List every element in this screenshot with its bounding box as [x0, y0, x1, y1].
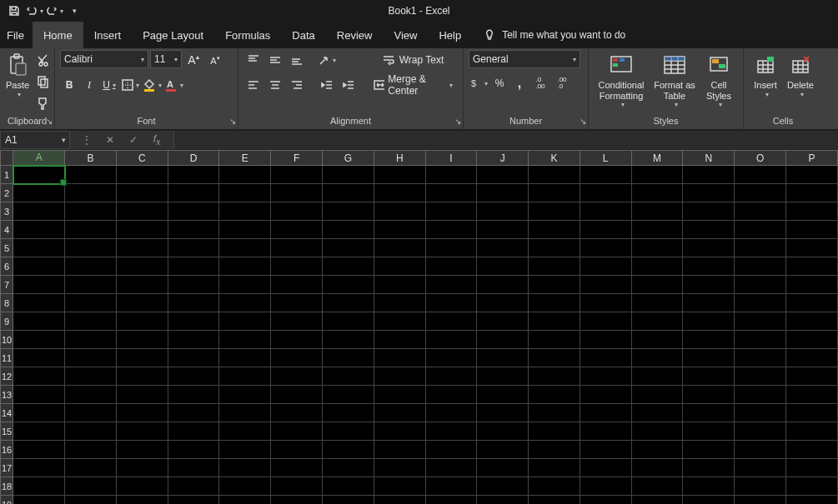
- cell-L12[interactable]: [580, 367, 631, 386]
- cell-J4[interactable]: [477, 221, 529, 239]
- cell-N13[interactable]: [683, 386, 735, 404]
- cell-H7[interactable]: [374, 276, 425, 294]
- cell-H8[interactable]: [374, 294, 425, 312]
- cell-I9[interactable]: [425, 312, 477, 331]
- cell-styles-button[interactable]: Cell Styles: [700, 50, 737, 110]
- row-header-15[interactable]: 15: [1, 422, 13, 441]
- cell-A1[interactable]: [13, 166, 65, 184]
- cell-I5[interactable]: [425, 239, 477, 257]
- merge-center-button[interactable]: Merge & Center: [369, 75, 458, 95]
- cell-H11[interactable]: [374, 349, 425, 367]
- row-header-9[interactable]: 9: [1, 312, 13, 331]
- cell-K2[interactable]: [529, 184, 580, 202]
- column-header-F[interactable]: F: [271, 151, 323, 166]
- column-header-L[interactable]: L: [580, 151, 631, 166]
- cell-L8[interactable]: [580, 294, 631, 312]
- cell-J16[interactable]: [477, 441, 529, 459]
- cell-G14[interactable]: [323, 404, 374, 422]
- cell-O3[interactable]: [735, 202, 786, 221]
- cell-M16[interactable]: [631, 441, 683, 459]
- cell-P2[interactable]: [786, 184, 838, 202]
- cell-H17[interactable]: [374, 459, 425, 477]
- tab-formulas[interactable]: Formulas: [214, 22, 281, 48]
- cell-C4[interactable]: [116, 221, 168, 239]
- cell-E5[interactable]: [219, 239, 271, 257]
- column-header-C[interactable]: C: [116, 151, 168, 166]
- column-header-B[interactable]: B: [65, 151, 117, 166]
- cell-C16[interactable]: [116, 441, 168, 459]
- cell-G9[interactable]: [323, 312, 374, 331]
- font-name-combo[interactable]: Calibri▾: [60, 50, 148, 68]
- cell-H6[interactable]: [374, 257, 425, 276]
- tab-page-layout[interactable]: Page Layout: [132, 22, 214, 48]
- column-header-O[interactable]: O: [735, 151, 786, 166]
- cell-F18[interactable]: [271, 477, 323, 496]
- cell-G13[interactable]: [323, 386, 374, 404]
- cell-I2[interactable]: [425, 184, 477, 202]
- tab-view[interactable]: View: [383, 22, 428, 48]
- cell-E12[interactable]: [219, 367, 271, 386]
- tab-home[interactable]: Home: [33, 22, 83, 48]
- cell-F4[interactable]: [271, 221, 323, 239]
- cell-M6[interactable]: [631, 257, 683, 276]
- cell-B4[interactable]: [65, 221, 117, 239]
- cell-I16[interactable]: [425, 441, 477, 459]
- cell-P12[interactable]: [786, 367, 838, 386]
- cell-O6[interactable]: [735, 257, 786, 276]
- cell-I8[interactable]: [425, 294, 477, 312]
- cell-J5[interactable]: [477, 239, 529, 257]
- row-header-12[interactable]: 12: [1, 367, 13, 386]
- cell-F8[interactable]: [271, 294, 323, 312]
- cell-M18[interactable]: [631, 477, 683, 496]
- cell-K10[interactable]: [529, 331, 580, 349]
- cell-A3[interactable]: [13, 202, 65, 221]
- cell-D1[interactable]: [168, 166, 219, 184]
- cell-C14[interactable]: [116, 404, 168, 422]
- number-format-combo[interactable]: General▾: [469, 50, 580, 68]
- cell-N1[interactable]: [683, 166, 735, 184]
- column-header-K[interactable]: K: [529, 151, 580, 166]
- cell-H4[interactable]: [374, 221, 425, 239]
- cell-I4[interactable]: [425, 221, 477, 239]
- cell-B18[interactable]: [65, 477, 117, 496]
- cell-H9[interactable]: [374, 312, 425, 331]
- cell-M3[interactable]: [631, 202, 683, 221]
- cell-A5[interactable]: [13, 239, 65, 257]
- cell-G1[interactable]: [323, 166, 374, 184]
- cell-G19[interactable]: [323, 496, 374, 505]
- cell-E14[interactable]: [219, 404, 271, 422]
- cell-D4[interactable]: [168, 221, 219, 239]
- cell-L7[interactable]: [580, 276, 631, 294]
- orientation-button[interactable]: [317, 50, 337, 70]
- cell-L2[interactable]: [580, 184, 631, 202]
- cell-D12[interactable]: [168, 367, 219, 386]
- cell-B16[interactable]: [65, 441, 117, 459]
- cell-N18[interactable]: [683, 477, 735, 496]
- cell-E19[interactable]: [219, 496, 271, 505]
- cell-J18[interactable]: [477, 477, 529, 496]
- cell-E3[interactable]: [219, 202, 271, 221]
- cell-E2[interactable]: [219, 184, 271, 202]
- row-header-2[interactable]: 2: [1, 184, 13, 202]
- decrease-font-button[interactable]: A▾: [205, 50, 225, 70]
- tab-data[interactable]: Data: [281, 22, 325, 48]
- cell-F12[interactable]: [271, 367, 323, 386]
- cell-K6[interactable]: [529, 257, 580, 276]
- cell-O11[interactable]: [735, 349, 786, 367]
- cell-F6[interactable]: [271, 257, 323, 276]
- cell-N4[interactable]: [683, 221, 735, 239]
- cell-E17[interactable]: [219, 459, 271, 477]
- cell-B10[interactable]: [65, 331, 117, 349]
- cell-I7[interactable]: [425, 276, 477, 294]
- row-header-19[interactable]: 19: [1, 496, 13, 505]
- cell-L18[interactable]: [580, 477, 631, 496]
- cell-C6[interactable]: [116, 257, 168, 276]
- cell-H18[interactable]: [374, 477, 425, 496]
- cell-F7[interactable]: [271, 276, 323, 294]
- cell-D17[interactable]: [168, 459, 219, 477]
- tab-review[interactable]: Review: [326, 22, 384, 48]
- cell-A10[interactable]: [13, 331, 65, 349]
- cell-A13[interactable]: [13, 386, 65, 404]
- cell-G8[interactable]: [323, 294, 374, 312]
- cell-N7[interactable]: [683, 276, 735, 294]
